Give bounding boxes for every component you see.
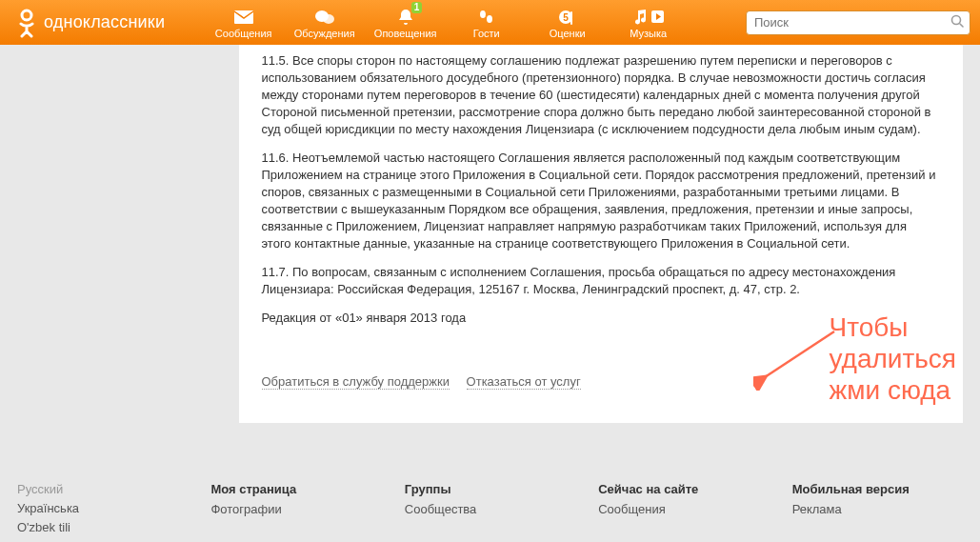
lang-option[interactable]: O'zbek tili [17, 520, 188, 534]
main-nav: Сообщения Обсуждения 1 Оповещения Гости … [203, 0, 746, 45]
footer-col-online: Сейчас на сайте Сообщения [598, 482, 769, 539]
lang-option-current[interactable]: Русский [17, 482, 188, 496]
ok-logo-icon [17, 8, 36, 38]
nav-label: Сообщения [215, 28, 272, 39]
footprints-icon [478, 9, 495, 26]
footer-col-mypage: Моя страница Фотографии [210, 482, 381, 539]
instruction-callout: Чтобы удалиться жми сюда [830, 311, 957, 406]
footer-heading[interactable]: Сейчас на сайте [598, 482, 769, 496]
footer-col-mobile: Мобильная версия Реклама [792, 482, 963, 539]
svg-point-5 [487, 15, 492, 23]
svg-rect-1 [234, 10, 253, 24]
top-nav-bar: одноклассники Сообщения Обсуждения 1 Опо… [0, 0, 980, 45]
footer-languages: Русский Українська O'zbek tili [17, 482, 188, 539]
search-icon[interactable] [950, 14, 964, 30]
svg-point-4 [480, 10, 486, 18]
footer-link[interactable]: Сообщества [405, 502, 575, 516]
nav-label: Оценки [550, 28, 586, 39]
nav-ratings[interactable]: 5 Оценки [527, 0, 608, 45]
agreement-clause-11-6: 11.6. Неотъемлемой частью настоящего Сог… [262, 150, 940, 252]
callout-line: удалиться [830, 343, 957, 374]
svg-point-9 [952, 16, 961, 25]
decline-services-link[interactable]: Отказаться от услуг [467, 374, 581, 390]
nav-label: Музыка [630, 28, 667, 39]
notification-badge: 1 [411, 2, 423, 13]
svg-point-3 [323, 14, 334, 24]
footer-heading[interactable]: Моя страница [210, 482, 381, 496]
footer-heading[interactable]: Группы [405, 482, 575, 496]
nav-guests[interactable]: Гости [446, 0, 527, 45]
mail-icon [233, 9, 254, 26]
footer-link[interactable]: Фотографии [210, 502, 381, 516]
music-icon [632, 9, 665, 26]
support-link[interactable]: Обратиться в службу поддержки [262, 374, 450, 390]
action-links-row: Обратиться в службу поддержки Отказаться… [239, 367, 963, 423]
footer-link[interactable]: Реклама [792, 502, 963, 516]
footer-link[interactable]: Сообщения [598, 502, 769, 516]
footer-heading[interactable]: Мобильная версия [792, 482, 963, 496]
nav-label: Оповещения [374, 28, 437, 39]
search-container [746, 10, 970, 35]
lang-option[interactable]: Українська [17, 501, 188, 515]
agreement-clause-11-5: 11.5. Все споры сторон по настоящему сог… [262, 52, 940, 138]
page-footer: Русский Українська O'zbek tili Моя стран… [0, 482, 980, 539]
discussion-icon [314, 9, 335, 26]
agreement-clause-11-7: 11.7. По вопросам, связанным с исполнени… [262, 264, 940, 298]
search-input[interactable] [754, 15, 950, 30]
rating-icon: 5 [558, 9, 577, 26]
nav-label: Гости [473, 28, 500, 39]
footer-col-groups: Группы Сообщества [405, 482, 575, 539]
nav-discussions[interactable]: Обсуждения [284, 0, 365, 45]
nav-notifications[interactable]: 1 Оповещения [365, 0, 446, 45]
svg-text:5: 5 [563, 12, 569, 23]
search-box[interactable] [746, 10, 970, 35]
nav-label: Обсуждения [294, 28, 355, 39]
nav-music[interactable]: Музыка [608, 0, 689, 45]
svg-line-10 [960, 24, 963, 27]
svg-point-0 [22, 10, 31, 20]
site-name: одноклассники [44, 12, 165, 32]
callout-line: жми сюда [830, 374, 957, 406]
nav-messages[interactable]: Сообщения [203, 0, 284, 45]
callout-line: Чтобы [830, 311, 957, 343]
site-logo[interactable]: одноклассники [17, 8, 165, 38]
